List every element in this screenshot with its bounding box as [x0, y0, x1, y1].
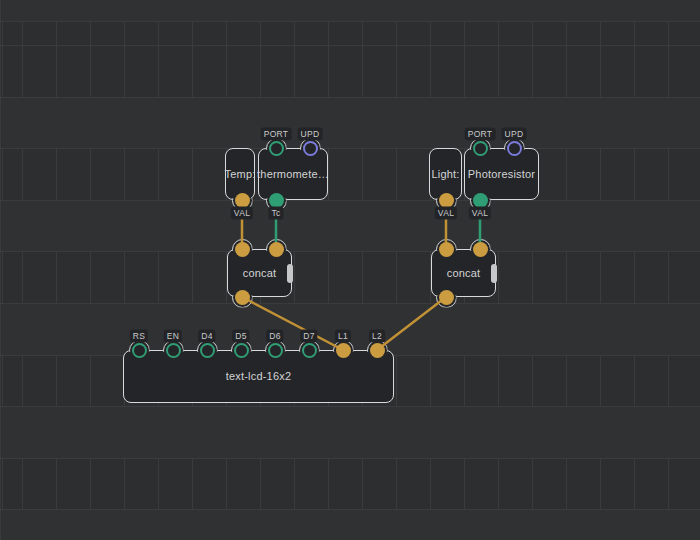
pin-label: D6 [266, 330, 283, 343]
pin-photoresistor-val[interactable] [473, 193, 488, 208]
pin-thermometer-tc[interactable] [269, 193, 284, 208]
pin-concat-1-top0[interactable] [235, 242, 250, 257]
node-title: text-lcd-16x2 [226, 371, 292, 382]
pin-concat-2-top0[interactable] [439, 242, 454, 257]
pin-text-lcd-16x2-d6[interactable] [268, 343, 283, 358]
pin-text-lcd-16x2-en[interactable] [166, 343, 181, 358]
pin-text-lcd-16x2-l2[interactable] [370, 343, 385, 358]
pin-label: RS [130, 330, 148, 343]
pin-light-label-val[interactable] [439, 193, 454, 208]
node-title: thermomete… [257, 169, 329, 180]
pin-label: PORT [465, 128, 496, 141]
wire-string-2[interactable] [242, 297, 343, 350]
wire-string-5[interactable] [377, 297, 446, 350]
pin-label: D4 [198, 330, 215, 343]
pin-photoresistor-port[interactable] [473, 141, 488, 156]
pin-text-lcd-16x2-rs[interactable] [132, 343, 147, 358]
variadic-expand-handle[interactable] [491, 264, 497, 283]
node-thermometer[interactable]: thermomete… [258, 148, 328, 200]
node-title: concat [243, 268, 277, 279]
pin-photoresistor-upd[interactable] [507, 141, 522, 156]
node-title: concat [447, 268, 481, 279]
pin-label: Tc [268, 207, 283, 220]
pin-label: UPD [298, 128, 323, 141]
patch-canvas[interactable]: Temp:VALthermomete…PORTUPDTcLight:VALPho… [0, 0, 700, 540]
pin-temp-label-val[interactable] [235, 193, 250, 208]
node-concat-1[interactable]: concat [227, 249, 292, 297]
pin-text-lcd-16x2-d4[interactable] [200, 343, 215, 358]
pin-label: L1 [335, 330, 351, 343]
pin-label: D7 [300, 330, 317, 343]
pin-label: EN [164, 330, 182, 343]
pin-label: L2 [369, 330, 385, 343]
pin-label: VAL [231, 207, 253, 220]
pin-thermometer-port[interactable] [269, 141, 284, 156]
pin-label: PORT [261, 128, 292, 141]
node-title: Temp: [225, 169, 256, 180]
pin-text-lcd-16x2-d7[interactable] [302, 343, 317, 358]
node-concat-2[interactable]: concat [431, 249, 496, 297]
pin-concat-2-top1[interactable] [473, 242, 488, 257]
pin-label: D5 [232, 330, 249, 343]
pin-label: VAL [469, 207, 491, 220]
pin-label: VAL [435, 207, 457, 220]
node-title: Photoresistor [468, 169, 535, 180]
pin-concat-1-top1[interactable] [269, 242, 284, 257]
pin-concat-1-bottom2[interactable] [235, 290, 250, 305]
node-text-lcd-16x2[interactable]: text-lcd-16x2 [123, 350, 394, 403]
pin-text-lcd-16x2-d5[interactable] [234, 343, 249, 358]
node-title: Light: [431, 169, 459, 180]
pin-concat-2-bottom2[interactable] [439, 290, 454, 305]
pin-label: UPD [502, 128, 527, 141]
variadic-expand-handle[interactable] [287, 264, 293, 283]
node-photoresistor[interactable]: Photoresistor [464, 148, 539, 200]
pin-text-lcd-16x2-l1[interactable] [336, 343, 351, 358]
pin-thermometer-upd[interactable] [303, 141, 318, 156]
wire-layer [0, 0, 700, 540]
